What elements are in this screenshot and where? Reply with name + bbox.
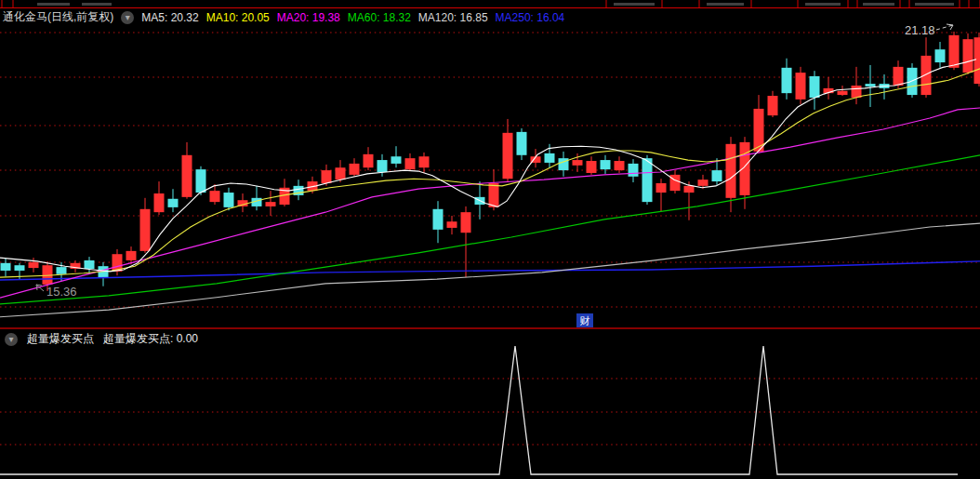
candlestick-chart-canvas[interactable]: 21.1815.36财 bbox=[0, 0, 980, 479]
candle-body bbox=[447, 221, 457, 228]
candle-body bbox=[391, 156, 402, 164]
candle-body bbox=[866, 84, 876, 86]
candle-body bbox=[154, 193, 165, 212]
candle-body bbox=[210, 191, 220, 202]
candle-body bbox=[517, 132, 527, 155]
low-price-label: 15.36 bbox=[46, 285, 77, 299]
toolbar-text-fragment bbox=[805, 3, 841, 6]
candle-body bbox=[461, 212, 471, 233]
ma20-label: MA20: 19.38 bbox=[277, 11, 340, 24]
candle-body bbox=[894, 67, 904, 86]
financial-report-marker-text: 财 bbox=[580, 315, 590, 326]
candle-body bbox=[963, 39, 973, 73]
candle-body bbox=[57, 267, 67, 274]
ma10-label: MA10: 20.05 bbox=[206, 11, 270, 24]
toolbar-text-fragment bbox=[82, 3, 112, 6]
candle-body bbox=[726, 144, 736, 198]
toolbar-text-fragment bbox=[614, 3, 655, 6]
chevron-down-icon[interactable]: ▾ bbox=[121, 11, 134, 24]
candle-body bbox=[698, 180, 709, 186]
indicator-value: 超量爆发买点: 0.00 bbox=[103, 331, 198, 347]
ma60-label: MA60: 18.32 bbox=[348, 11, 411, 24]
candle-body bbox=[782, 68, 792, 93]
main-chart-header: 通化金马(日线,前复权) ▾ MA5: 20.32 MA10: 20.05 MA… bbox=[3, 9, 572, 25]
toolbar-text-fragment bbox=[37, 3, 70, 6]
toolbar-text-fragment bbox=[863, 3, 894, 6]
candle-body bbox=[670, 175, 681, 191]
candle-body bbox=[377, 160, 388, 172]
indicator-signal-line bbox=[0, 346, 958, 474]
candle-body bbox=[587, 161, 597, 173]
candle-body bbox=[545, 153, 555, 163]
candle-body bbox=[85, 260, 95, 269]
ma120-label: MA120: 16.85 bbox=[418, 11, 488, 24]
candle-body bbox=[642, 158, 653, 202]
ma250-label: MA250: 16.04 bbox=[496, 11, 565, 24]
candle-body bbox=[15, 265, 25, 271]
toolbar-text-fragment bbox=[707, 3, 744, 6]
candle-body bbox=[935, 49, 946, 62]
ma5-label: MA5: 20.32 bbox=[141, 11, 198, 24]
candle-body bbox=[126, 251, 137, 260]
candle-body bbox=[419, 156, 430, 167]
candle-body bbox=[921, 56, 932, 95]
candle-body bbox=[364, 154, 374, 167]
candle-body bbox=[810, 76, 820, 98]
candle-body bbox=[168, 199, 179, 207]
candle-body bbox=[29, 262, 39, 268]
candle-body bbox=[489, 183, 499, 207]
candle-body bbox=[573, 160, 583, 166]
candle-body bbox=[838, 91, 848, 95]
candle-body bbox=[796, 73, 806, 100]
candle-body bbox=[433, 209, 444, 230]
candle-body bbox=[224, 193, 234, 207]
candle-body bbox=[601, 160, 611, 169]
candle-body bbox=[266, 202, 276, 206]
candle-body bbox=[503, 133, 513, 179]
candle-body bbox=[768, 96, 778, 115]
toolbar-text-fragment bbox=[915, 3, 954, 6]
indicator-name[interactable]: 超量爆发买点 bbox=[27, 331, 94, 347]
indicator-panel-header: ▾ 超量爆发买点 超量爆发买点: 0.00 bbox=[5, 331, 207, 347]
candle-body bbox=[852, 86, 862, 98]
candle-body bbox=[629, 164, 639, 177]
candle-body bbox=[656, 183, 667, 193]
stock-app-window: 21.1815.36财 通化金马(日线,前复权) ▾ MA5: 20.32 MA… bbox=[0, 0, 980, 479]
candle-body bbox=[405, 158, 416, 169]
candle-body bbox=[196, 169, 206, 193]
high-price-label: 21.18 bbox=[905, 23, 935, 37]
candle-body bbox=[615, 161, 625, 170]
candle-body bbox=[684, 186, 695, 193]
chevron-down-icon[interactable]: ▾ bbox=[5, 333, 18, 346]
candle-body bbox=[740, 142, 750, 195]
candle-body bbox=[322, 170, 332, 183]
candle-body bbox=[712, 170, 722, 181]
candle-body bbox=[182, 155, 192, 197]
candle-body bbox=[140, 209, 151, 251]
candle-body bbox=[336, 167, 346, 180]
candle-body bbox=[1, 263, 11, 271]
ma-line-ma250 bbox=[0, 261, 980, 280]
candle-body bbox=[974, 37, 980, 84]
stock-title: 通化金马(日线,前复权) bbox=[3, 9, 113, 25]
candle-body bbox=[949, 35, 960, 68]
candle-body bbox=[350, 164, 360, 175]
high-arrowhead bbox=[947, 24, 953, 25]
